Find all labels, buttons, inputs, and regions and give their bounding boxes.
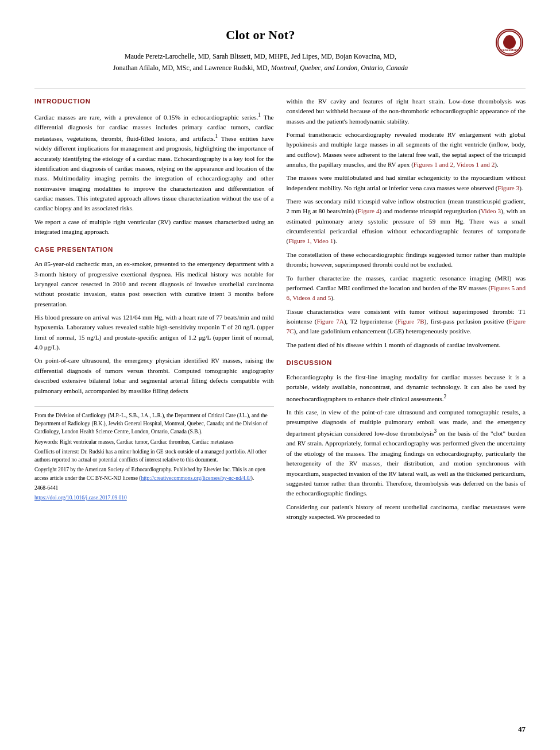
case-para-2: His blood pressure on arrival was 121/64…: [34, 313, 274, 352]
discussion-para-1: Echocardiography is the first-line imagi…: [287, 372, 526, 404]
figure-link-5-6[interactable]: Figures 5 and 6, Videos 4 and 5: [287, 284, 526, 301]
section-header-introduction: INTRODUCTION: [34, 97, 274, 107]
discussion-para-2: In this case, in view of the point-of-ca…: [287, 407, 526, 499]
page-title: Clot or Not?: [34, 28, 486, 43]
page: Clot or Not? Maude Peretz-Larochelle, MD…: [0, 0, 560, 750]
right-para-7: Tissue characteristics were consistent w…: [287, 307, 526, 337]
figure-link-1[interactable]: Figures 1 and 2: [414, 161, 453, 168]
header-divider: [34, 88, 526, 89]
footer-area: From the Division of Cardiology (M.P.-L.…: [34, 406, 274, 502]
crossmark-icon: CrossMark: [496, 29, 523, 56]
svg-text:CrossMark: CrossMark: [500, 48, 519, 52]
license-link[interactable]: http://creativecommons.org/licenses/by-n…: [141, 475, 250, 481]
doi-link[interactable]: https://doi.org/10.1016/j.case.2017.09.0…: [34, 495, 127, 501]
figure-link-7a[interactable]: Figure 7A: [316, 318, 343, 325]
author-line3: Montreal, Quebec, and London, Ontario, C…: [271, 64, 408, 72]
right-para-1: within the RV cavity and features of rig…: [287, 97, 526, 126]
intro-para-2: We report a case of multiple right ventr…: [34, 217, 274, 237]
footer-copyright: Copyright 2017 by the American Society o…: [34, 466, 274, 482]
authors: Maude Peretz-Larochelle, MD, Sarah Bliss…: [34, 51, 486, 74]
crossmark-badge: CrossMark: [496, 29, 526, 59]
section-header-discussion: DISCUSSION: [287, 358, 526, 368]
svg-point-1: [504, 35, 515, 45]
right-para-8: The patient died of his disease within 1…: [287, 340, 526, 350]
right-para-2: Formal transthoracic echocardiography re…: [287, 130, 526, 170]
section-header-case: CASE PRESENTATION: [34, 245, 274, 255]
intro-para-1: Cardiac masses are rare, with a prevalen…: [34, 111, 274, 214]
author-line2: Jonathan Afilalo, MD, MSc, and Lawrence …: [113, 64, 269, 72]
right-para-6: To further characterize the masses, card…: [287, 274, 526, 303]
figure-link-4[interactable]: Figure 4: [358, 207, 380, 214]
case-para-1: An 85-year-old cachectic man, an ex-smok…: [34, 259, 274, 309]
right-para-4: There was secondary mild tricuspid valve…: [287, 197, 526, 247]
footer-affiliation: From the Division of Cardiology (M.P.-L.…: [34, 411, 274, 436]
video-link-3[interactable]: Video 3: [481, 207, 501, 214]
figure-link-3[interactable]: Figure 3: [498, 184, 520, 191]
footer-doi: https://doi.org/10.1016/j.case.2017.09.0…: [34, 494, 274, 502]
discussion-para-3: Considering our patient's history of rec…: [287, 502, 526, 522]
figure-link-7b[interactable]: Figure 7B: [397, 318, 424, 325]
title-block: Clot or Not? Maude Peretz-Larochelle, MD…: [34, 28, 486, 78]
footer-keywords: Keywords: Right ventricular masses, Card…: [34, 438, 274, 446]
figure-link-1b[interactable]: Figure 1, Video 1: [288, 237, 333, 244]
footer-issn: 2468-6441: [34, 484, 274, 492]
body-columns: INTRODUCTION Cardiac masses are rare, wi…: [34, 97, 526, 526]
right-para-5: The constellation of these echocardiogra…: [287, 250, 526, 270]
right-column: within the RV cavity and features of rig…: [287, 97, 526, 526]
page-number: 47: [518, 725, 526, 734]
case-para-3: On point-of-care ultrasound, the emergen…: [34, 356, 274, 395]
footer-conflicts: Conflicts of interest: Dr. Rudski has a …: [34, 448, 274, 464]
header-area: Clot or Not? Maude Peretz-Larochelle, MD…: [34, 28, 526, 78]
right-para-3: The masses were multilobulated and had s…: [287, 173, 526, 193]
author-line1: Maude Peretz-Larochelle, MD, Sarah Bliss…: [125, 52, 396, 60]
left-column: INTRODUCTION Cardiac masses are rare, wi…: [34, 97, 274, 526]
video-link-1[interactable]: Videos 1 and 2: [457, 161, 495, 168]
